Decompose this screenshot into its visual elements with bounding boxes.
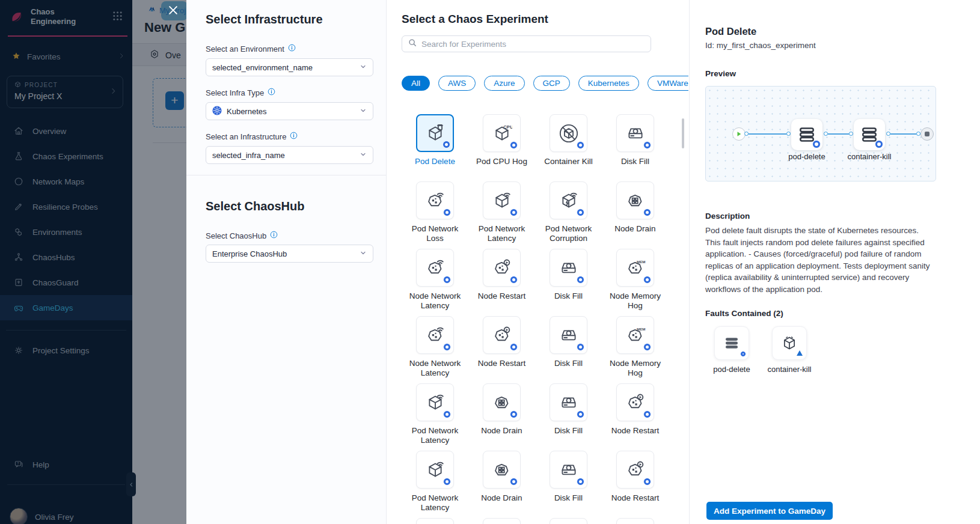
modal-close-button[interactable] xyxy=(164,2,182,20)
fault-card[interactable] xyxy=(772,326,807,360)
description-text: Pod delete fault disrupts the state of K… xyxy=(705,225,931,295)
disk-icon xyxy=(559,258,579,278)
experiment-card-node-drain[interactable] xyxy=(616,181,654,219)
experiment-card-node-restart[interactable] xyxy=(483,249,521,287)
experiment-card-pod-network-latency[interactable] xyxy=(416,383,454,421)
filter-chip-kubernetes[interactable]: Kubernetes xyxy=(578,76,639,91)
description-label: Description xyxy=(705,212,750,221)
experiment-label: Pod Network Loss xyxy=(403,224,468,243)
experiment-card-pod-delete[interactable] xyxy=(416,114,454,152)
experiment-label: Node Drain xyxy=(614,224,655,234)
kubernetes-badge-icon xyxy=(643,410,651,418)
cube-wifi-icon xyxy=(425,392,446,413)
cube-wifi-icon xyxy=(425,460,446,480)
experiment-label: Disk Fill xyxy=(554,426,583,436)
filter-chip-all[interactable]: All xyxy=(402,76,430,91)
kubernetes-badge-icon xyxy=(443,410,451,418)
experiment-card-pod-network-latency[interactable] xyxy=(483,181,521,219)
experiment-search xyxy=(402,35,651,52)
experiment-label: Disk Fill xyxy=(621,157,649,166)
scrollbar-thumb[interactable] xyxy=(682,118,684,148)
experiment-label: Node Drain xyxy=(481,426,522,436)
kubernetes-badge-icon xyxy=(875,140,883,148)
experiment-grid: Pod DeleteCPUPod CPU HogContainer KillDi… xyxy=(402,114,672,524)
experiment-card-disk-fill[interactable] xyxy=(550,518,587,524)
kubernetes-badge-icon xyxy=(577,209,584,216)
server-stack-solid-icon xyxy=(723,335,740,352)
svg-text:CPU: CPU xyxy=(503,124,512,130)
pipeline-node-pod-delete[interactable] xyxy=(791,119,822,150)
kubernetes-badge-icon xyxy=(510,478,518,486)
infrastructure-select[interactable]: selected_infra_name xyxy=(206,146,373,164)
kubernetes-badge-icon xyxy=(643,209,651,216)
experiment-label: Disk Fill xyxy=(554,359,583,368)
experiment-card-pod-network-loss[interactable] xyxy=(416,181,454,219)
experiment-card-pod-cpu-hog[interactable]: CPU xyxy=(483,114,521,152)
experiment-card-node-memory-hog[interactable]: MEM xyxy=(616,249,654,287)
kubernetes-badge-icon xyxy=(643,478,651,486)
experiment-card-pod-network-latency[interactable] xyxy=(416,451,454,489)
experiment-card-node-drain[interactable] xyxy=(483,518,521,524)
kubernetes-badge-icon xyxy=(510,141,518,149)
experiment-label: Pod Network Corruption xyxy=(536,224,601,243)
experiment-cell: Disk Fill xyxy=(535,316,602,383)
experiment-card-node-network-latency[interactable] xyxy=(416,316,454,354)
info-icon[interactable] xyxy=(270,231,278,240)
experiment-label: Pod Network Latency xyxy=(403,493,468,512)
info-icon[interactable] xyxy=(290,132,298,141)
preview-label: Preview xyxy=(705,69,736,78)
chaoshub-select[interactable]: Enterprise ChaosHub xyxy=(206,245,373,263)
experiment-card-node-restart[interactable] xyxy=(616,383,654,421)
kubernetes-badge-icon xyxy=(443,478,451,486)
experiment-cell: Container Kill xyxy=(535,114,602,181)
experiment-card-node-restart[interactable] xyxy=(616,451,654,489)
environment-select[interactable]: selected_environment_name xyxy=(206,58,373,76)
experiment-cell: Pod Network Latency xyxy=(468,181,535,249)
kubernetes-badge-icon xyxy=(510,410,518,418)
cube-wifi-icon xyxy=(492,190,512,211)
faults-contained-label: Faults Contained (2) xyxy=(705,309,783,318)
pipeline-preview: pod-deletecontainer-kill xyxy=(705,86,936,181)
experiment-card-node-restart[interactable] xyxy=(483,316,521,354)
experiment-cell: Node Restart xyxy=(468,249,535,316)
pipeline-node-container-kill[interactable] xyxy=(854,119,885,150)
stop-icon xyxy=(925,132,929,136)
experiment-card-container-kill[interactable] xyxy=(550,114,587,152)
kubernetes-badge-icon xyxy=(577,276,584,284)
select-experiment-modal: Select Infrastructure Select an Environm… xyxy=(186,0,980,524)
filter-chip-gcp[interactable]: GCP xyxy=(533,76,570,91)
search-input[interactable] xyxy=(421,40,645,49)
node-play-icon xyxy=(625,460,646,480)
experiment-card-pod-network-corruption[interactable] xyxy=(550,181,587,219)
pipeline-start-node[interactable] xyxy=(732,127,746,141)
experiment-card-disk-fill[interactable] xyxy=(616,114,654,152)
filter-chip-aws[interactable]: AWS xyxy=(438,76,476,91)
kubernetes-badge-icon xyxy=(740,351,746,357)
experiment-card-disk-fill[interactable] xyxy=(550,383,587,421)
experiment-label: Node Restart xyxy=(611,493,660,503)
experiment-card-node-restart[interactable] xyxy=(616,518,654,524)
filter-chip-vmware[interactable]: VMWare xyxy=(648,76,688,91)
filter-chip-azure[interactable]: Azure xyxy=(484,76,524,91)
info-icon[interactable] xyxy=(268,88,275,97)
chaoshub-title: Select ChaosHub xyxy=(206,199,373,213)
pipeline-end-node[interactable] xyxy=(920,127,934,141)
node-play-icon xyxy=(492,258,512,278)
experiment-label: Node Memory Hog xyxy=(603,359,668,377)
chevron-down-icon xyxy=(360,151,367,160)
experiment-card-pod-network-latency[interactable] xyxy=(416,518,454,524)
infra-type-select[interactable]: Kubernetes xyxy=(206,102,373,120)
experiment-card-disk-fill[interactable] xyxy=(550,249,587,287)
experiment-card-disk-fill[interactable] xyxy=(550,451,587,489)
experiment-cell: Node Drain xyxy=(602,181,669,249)
add-experiment-button[interactable]: Add Experiment to GameDay xyxy=(706,502,833,520)
experiment-card-disk-fill[interactable] xyxy=(550,316,587,354)
experiment-card-node-network-latency[interactable] xyxy=(416,249,454,287)
kubernetes-badge-icon xyxy=(577,343,584,351)
fault-card[interactable] xyxy=(714,326,749,360)
experiment-card-node-drain[interactable] xyxy=(483,451,521,489)
experiment-card-node-memory-hog[interactable]: MEM xyxy=(616,316,654,354)
info-icon[interactable] xyxy=(288,44,296,53)
experiment-cell: Pod Delete xyxy=(402,114,468,181)
experiment-card-node-drain[interactable] xyxy=(483,383,521,421)
